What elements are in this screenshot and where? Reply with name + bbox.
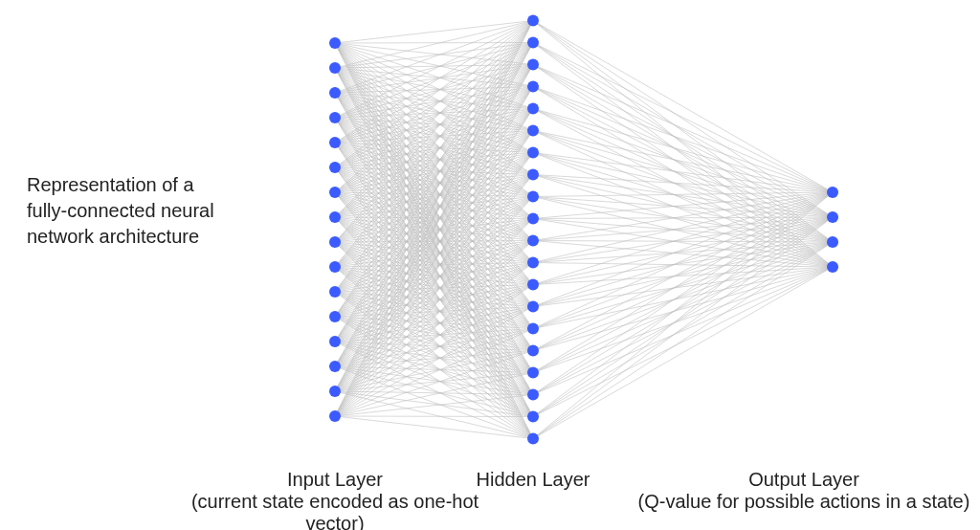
- svg-line-383: [533, 267, 833, 351]
- svg-line-379: [533, 267, 833, 329]
- svg-line-389: [533, 217, 833, 395]
- input-node: [329, 137, 341, 148]
- hidden-node: [527, 235, 539, 247]
- hidden-node: [527, 59, 539, 71]
- input-node: [329, 261, 341, 273]
- svg-line-343: [533, 131, 833, 268]
- input-node: [329, 211, 341, 223]
- svg-line-322: [533, 21, 833, 243]
- input-node: [329, 162, 341, 173]
- svg-line-336: [533, 109, 833, 193]
- output-node: [827, 211, 838, 223]
- input-node: [329, 87, 341, 99]
- svg-line-0: [335, 21, 533, 44]
- svg-line-382: [533, 242, 833, 351]
- hidden-node: [527, 411, 539, 423]
- network-diagram: [0, 0, 980, 530]
- hidden-node: [527, 37, 539, 49]
- svg-line-371: [533, 267, 833, 285]
- hidden-node: [527, 389, 539, 401]
- hidden-node: [527, 125, 539, 137]
- hidden-node: [527, 323, 539, 335]
- svg-line-362: [533, 241, 833, 243]
- hidden-node: [527, 169, 539, 181]
- input-node: [329, 410, 341, 422]
- svg-line-394: [533, 242, 833, 417]
- svg-line-334: [533, 87, 833, 243]
- input-node: [329, 361, 341, 372]
- hidden-node: [527, 433, 539, 445]
- svg-line-279: [335, 366, 533, 439]
- hidden-node: [527, 279, 539, 291]
- input-node: [329, 112, 341, 123]
- svg-line-337: [533, 109, 833, 218]
- output-node: [827, 261, 838, 273]
- hidden-node: [527, 147, 539, 159]
- hidden-node: [527, 81, 539, 93]
- svg-line-325: [533, 43, 833, 218]
- svg-line-357: [533, 217, 833, 219]
- svg-line-348: [533, 175, 833, 193]
- input-node: [329, 62, 341, 74]
- input-node: [329, 286, 341, 298]
- hidden-node: [527, 191, 539, 203]
- svg-line-326: [533, 43, 833, 243]
- svg-line-318: [335, 416, 533, 417]
- hidden-node: [527, 15, 539, 27]
- hidden-node: [527, 257, 539, 269]
- edges-group: [335, 21, 833, 439]
- svg-line-393: [533, 217, 833, 417]
- hidden-node: [527, 103, 539, 115]
- input-node: [329, 236, 341, 248]
- output-node: [827, 236, 838, 248]
- hidden-node: [527, 301, 539, 313]
- svg-line-340: [533, 131, 833, 193]
- svg-line-397: [533, 217, 833, 439]
- svg-line-385: [533, 217, 833, 373]
- svg-line-376: [533, 192, 833, 329]
- input-node: [329, 336, 341, 347]
- output-node: [827, 187, 838, 198]
- hidden-node: [527, 367, 539, 379]
- input-node: [329, 37, 341, 49]
- hidden-node: [527, 213, 539, 225]
- svg-line-40: [335, 21, 533, 94]
- input-node: [329, 311, 341, 322]
- svg-line-330: [533, 65, 833, 243]
- svg-line-319: [335, 416, 533, 439]
- hidden-node: [527, 345, 539, 357]
- input-node: [329, 187, 341, 198]
- input-node: [329, 386, 341, 397]
